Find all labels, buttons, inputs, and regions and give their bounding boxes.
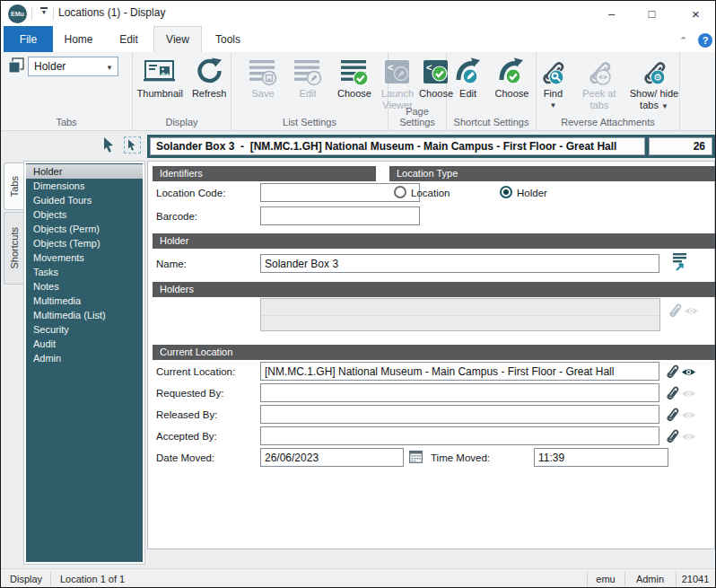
window-title: Locations (1) - Display — [58, 6, 165, 19]
shortcut-choose-icon — [497, 56, 526, 88]
rail-tab-tabs[interactable]: Tabs — [4, 162, 23, 210]
accepted-by-input[interactable] — [260, 426, 659, 445]
tab-list-panel: Holder Dimensions Guided Tours Objects O… — [23, 161, 145, 565]
current-location-label: Current Location: — [156, 363, 235, 381]
ribbon-group-reverse-attachments: Find ▼ Peek at tabs — [537, 52, 680, 130]
maximize-button[interactable]: □ — [632, 1, 672, 26]
refresh-icon — [195, 56, 223, 88]
radio-location[interactable] — [394, 186, 406, 198]
attach-icon[interactable] — [664, 406, 680, 427]
name-input[interactable]: Solander Box 3 — [260, 254, 659, 273]
tab-item-multimedia[interactable]: Multimedia — [26, 294, 143, 308]
record-summary: Solander Box 3 - [NM.MC.1.GH] National M… — [150, 137, 645, 155]
divider — [31, 6, 32, 20]
requested-by-input[interactable] — [260, 383, 659, 402]
radio-holder-label: Holder — [517, 184, 547, 202]
svg-text:<: < — [388, 62, 393, 73]
find-attachments-button[interactable]: Find ▼ — [537, 56, 570, 112]
barcode-input[interactable] — [260, 206, 420, 225]
show-hide-tabs-button[interactable]: ⚙ Show/ hide tabs ▼ — [629, 56, 679, 112]
view-attachment-eye-icon[interactable] — [681, 365, 696, 382]
list-choose-icon — [339, 56, 370, 88]
section-header-holders: Holders — [153, 282, 715, 297]
emu-logo-icon: EMu — [8, 4, 27, 23]
paperclip-peek-icon — [584, 56, 615, 88]
status-record-info: Location 1 of 1 — [60, 569, 125, 588]
calendar-icon[interactable] — [407, 448, 423, 465]
chevron-down-icon: ▼ — [41, 10, 48, 15]
tab-item-security[interactable]: Security — [26, 322, 143, 337]
title-bar: EMu ▼ Locations (1) - Display – □ × — [1, 1, 715, 26]
shortcut-edit-button[interactable]: Edit — [454, 56, 483, 100]
tab-list: Holder Dimensions Guided Tours Objects O… — [26, 163, 143, 562]
tab-item-admin[interactable]: Admin — [26, 351, 143, 365]
attach-icon[interactable] — [664, 427, 680, 449]
button-label: Peek at tabs — [579, 88, 620, 111]
lookup-list-icon[interactable] — [672, 252, 687, 276]
emu-application-window: EMu ▼ Locations (1) - Display – □ × File… — [0, 0, 716, 588]
button-label: Refresh — [192, 88, 227, 100]
divider — [53, 6, 54, 20]
selection-tools — [101, 136, 141, 157]
chevron-down-icon: ▼ — [106, 64, 113, 72]
accepted-by-label: Accepted By: — [156, 427, 217, 445]
shortcut-choose-button[interactable]: Choose — [495, 56, 529, 100]
svg-text:⚙: ⚙ — [653, 72, 662, 83]
tab-item-tasks[interactable]: Tasks — [26, 265, 143, 279]
barcode-label: Barcode: — [156, 207, 197, 225]
tab-item-audit[interactable]: Audit — [26, 337, 143, 351]
tab-item-multimedia-list[interactable]: Multimedia (List) — [26, 308, 143, 322]
tab-view[interactable]: View — [153, 26, 202, 52]
tab-item-dimensions[interactable]: Dimensions — [26, 179, 143, 193]
button-label: Thumbnail — [137, 88, 183, 100]
view-attachment-eye-icon-disabled — [681, 430, 696, 446]
quick-access-toolbar-dropdown[interactable]: ▼ — [38, 7, 50, 19]
status-user: Admin — [624, 569, 676, 588]
refresh-button[interactable]: Refresh — [192, 56, 227, 100]
tab-select-combobox[interactable]: Holder ▼ — [28, 57, 118, 76]
current-location-input[interactable]: [NM.MC.1.GH] National Museum - Main Camp… — [260, 362, 659, 381]
tab-item-movements[interactable]: Movements — [26, 250, 143, 265]
rail-tab-shortcuts[interactable]: Shortcuts — [4, 212, 23, 285]
select-cursor-icon[interactable] — [101, 136, 117, 157]
tab-item-holder[interactable]: Holder — [26, 164, 143, 179]
attach-icon[interactable] — [664, 363, 680, 384]
thumbnail-button[interactable]: Thumbnail — [137, 56, 183, 100]
time-moved-input[interactable]: 11:39 — [534, 448, 668, 467]
record-summary-text: Solander Box 3 - [NM.MC.1.GH] National M… — [156, 140, 616, 153]
close-button[interactable]: × — [676, 1, 716, 26]
launch-viewer-button: < Launch Viewer — [381, 56, 414, 111]
tab-item-objects-perm[interactable]: Objects (Perm) — [26, 222, 143, 236]
chevron-down-icon: ▼ — [549, 100, 556, 111]
tab-item-objects-temp[interactable]: Objects (Temp) — [26, 236, 143, 250]
ribbon: Holder ▼ Tabs — [1, 52, 715, 131]
tab-item-guided-tours[interactable]: Guided Tours — [26, 193, 143, 207]
tab-file[interactable]: File — [4, 26, 53, 52]
attach-icon[interactable] — [664, 384, 680, 406]
date-moved-label: Date Moved: — [156, 449, 214, 467]
collapse-ribbon-icon[interactable]: ⌃ — [679, 35, 687, 47]
released-by-input[interactable] — [260, 405, 659, 424]
tab-edit[interactable]: Edit — [104, 26, 153, 52]
list-edit-icon — [293, 56, 323, 88]
date-moved-input[interactable]: 26/06/2023 — [260, 448, 404, 467]
group-label-page-settings: Page Settings — [389, 106, 446, 127]
button-label: Choose — [495, 88, 529, 100]
tab-home[interactable]: Home — [53, 26, 104, 52]
paperclip-gear-icon: ⚙ — [639, 56, 669, 88]
tab-item-notes[interactable]: Notes — [26, 279, 143, 294]
tab-tools[interactable]: Tools — [202, 26, 254, 52]
help-icon[interactable]: ? — [698, 33, 712, 48]
select-region-icon[interactable] — [124, 136, 141, 154]
radio-holder[interactable] — [500, 186, 512, 198]
requested-by-label: Requested By: — [156, 384, 223, 402]
button-label: Edit — [300, 88, 317, 100]
list-save-button: Save — [248, 56, 278, 100]
minimize-button[interactable]: – — [591, 1, 632, 26]
status-bar: Display Location 1 of 1 emu Admin 21041 — [1, 568, 715, 588]
record-count-value: 26 — [694, 140, 705, 153]
group-label-display: Display — [133, 117, 231, 127]
tabs-stack-icon[interactable] — [7, 57, 25, 78]
list-choose-button[interactable]: Choose — [337, 56, 371, 100]
tab-item-objects[interactable]: Objects — [26, 207, 143, 222]
